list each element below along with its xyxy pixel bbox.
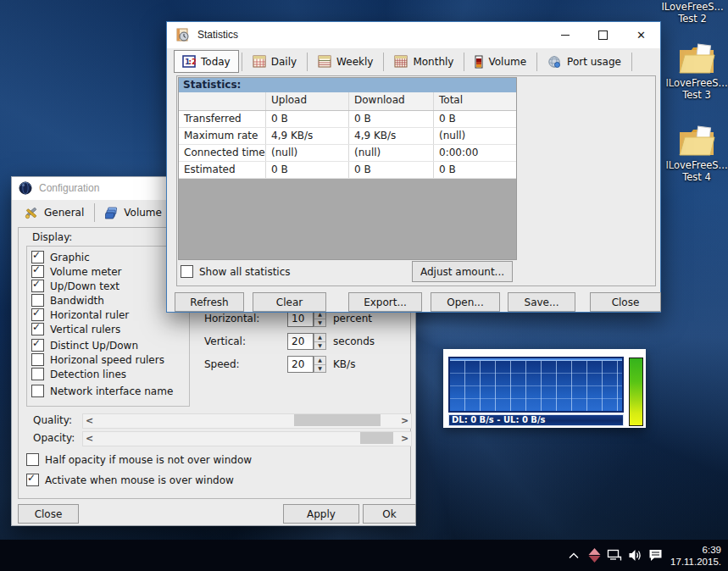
tab-volume[interactable]: Volume: [97, 202, 169, 224]
checkbox[interactable]: [31, 368, 44, 380]
stats-titlebar[interactable]: Statistics ✕: [167, 22, 660, 48]
checkbox-horizonal-speed-rulers[interactable]: Horizonal speed rulers: [31, 353, 164, 366]
checkbox-vertical-rulers[interactable]: Vertical rulers: [31, 323, 120, 335]
checkbox[interactable]: [31, 339, 44, 352]
vertical-stepper[interactable]: ▲▼: [314, 333, 326, 350]
checkbox[interactable]: [26, 474, 39, 486]
desktop-icon-test2[interactable]: ILoveFreeS...Test 2: [654, 1, 728, 25]
volume-level-icon: [475, 55, 483, 69]
slider-left-arrow-icon[interactable]: <: [83, 432, 96, 444]
desktop-icon-label: ILoveFreeS...Test 4: [659, 159, 728, 183]
checkbox-show-all-statistics[interactable]: Show all statistics: [181, 265, 291, 278]
minimize-icon: [561, 35, 570, 36]
apply-button[interactable]: Apply: [283, 504, 359, 524]
checkbox[interactable]: [26, 453, 39, 466]
volume-meter-bar: [629, 358, 643, 426]
column-header: Upload: [266, 92, 349, 110]
save-button[interactable]: Save...: [508, 292, 575, 312]
config-close-button[interactable]: Close: [18, 504, 79, 524]
stats-close-button[interactable]: Close: [590, 292, 661, 312]
checkbox-network-interface-name[interactable]: Network interface name: [31, 385, 173, 397]
folder-icon: [677, 42, 716, 75]
adjust-amount-button[interactable]: Adjust amount...: [412, 261, 513, 282]
checkbox[interactable]: [31, 308, 44, 321]
refresh-button[interactable]: Refresh: [175, 292, 244, 312]
checkbox[interactable]: [31, 280, 44, 292]
calendar-weekly-icon: [318, 55, 331, 68]
tools-icon: [25, 206, 39, 219]
checkbox[interactable]: [181, 265, 193, 278]
dl-ul-text: DL: 0 B/s - UL: 0 B/s: [452, 415, 546, 424]
slider-right-arrow-icon[interactable]: >: [398, 432, 411, 444]
export-button[interactable]: Export...: [348, 292, 422, 312]
checkbox-updown-text[interactable]: Up/Down text: [31, 280, 119, 292]
tab-weekly[interactable]: Weekly: [310, 51, 381, 72]
tray-action-center[interactable]: [645, 540, 665, 571]
quality-slider[interactable]: < >: [82, 413, 412, 429]
down-arrow-icon: ▼: [314, 342, 325, 350]
tab-separator: [464, 53, 464, 71]
tray-netmonitor-app[interactable]: [584, 540, 604, 571]
open-button[interactable]: Open...: [431, 292, 500, 312]
horizontal-value[interactable]: 10: [287, 310, 314, 327]
tab-today[interactable]: 1 :2 Today: [174, 50, 239, 73]
checkbox-volume-meter[interactable]: Volume meter: [31, 265, 122, 278]
network-icon: [607, 549, 622, 562]
tray-network[interactable]: [604, 540, 625, 571]
checkbox-detection-lines[interactable]: Detection lines: [31, 368, 126, 380]
tab-monthly[interactable]: Monthly: [386, 51, 461, 72]
tab-separator: [536, 53, 537, 71]
opacity-slider[interactable]: < >: [82, 431, 412, 446]
speaker-icon: [628, 549, 642, 562]
desktop-icon-test3[interactable]: ILoveFreeS...Test 3: [659, 42, 728, 101]
clear-button[interactable]: Clear: [253, 292, 326, 312]
checkbox[interactable]: [31, 353, 44, 366]
traffic-widget[interactable]: DL: 0 B/s - UL: 0 B/s: [443, 349, 646, 428]
opacity-slider-thumb[interactable]: [360, 432, 393, 444]
quality-slider-thumb[interactable]: [294, 414, 381, 426]
minimize-button[interactable]: [546, 22, 584, 48]
taskbar-clock[interactable]: 6:39 17.11.2015.: [665, 544, 728, 568]
tab-volume[interactable]: Volume: [467, 51, 534, 72]
down-arrow-icon: ▼: [314, 319, 325, 327]
table-row: Transferred 0 B 0 B 0 B: [179, 111, 516, 128]
close-window-button[interactable]: ✕: [622, 22, 660, 48]
chevron-up-icon: [569, 552, 579, 559]
speed-value[interactable]: 20: [287, 356, 314, 373]
speed-stepper[interactable]: ▲▼: [314, 356, 326, 373]
checkbox-graphic[interactable]: Graphic: [31, 251, 90, 263]
checkbox-bandwidth[interactable]: Bandwidth: [31, 294, 104, 307]
tab-daily[interactable]: Daily: [245, 51, 304, 72]
tab-separator: [94, 203, 95, 222]
checkbox[interactable]: [31, 385, 44, 397]
calendar-daily-icon: [253, 55, 266, 68]
slider-left-arrow-icon[interactable]: <: [83, 414, 96, 426]
checkbox-distinct-updown[interactable]: Distinct Up/Down: [31, 339, 138, 352]
tray-expand-chevron[interactable]: [564, 540, 584, 571]
horizontal-stepper[interactable]: ▲▼: [314, 310, 326, 327]
checkbox-activate-on-hover[interactable]: Activate when mouse is over window: [26, 474, 234, 486]
checkbox[interactable]: [31, 294, 44, 307]
desktop-icon-test4[interactable]: ILoveFreeS...Test 4: [659, 125, 728, 183]
checkbox[interactable]: [31, 323, 44, 335]
graph-ruler-line: [450, 358, 622, 361]
updown-diamond-icon: [588, 548, 601, 563]
slider-right-arrow-icon[interactable]: >: [398, 414, 411, 426]
calendar-today-icon: 1 :2: [182, 55, 196, 68]
vertical-value[interactable]: 20: [287, 333, 314, 350]
desktop-icon-label: ILoveFreeS...Test 2: [654, 1, 728, 25]
checkbox-half-opacity[interactable]: Half opacity if mouse is not over window: [26, 453, 252, 466]
system-tray: 6:39 17.11.2015.: [564, 540, 728, 571]
statistics-window: Statistics ✕ 1 :2 Today Daily: [166, 21, 661, 313]
up-arrow-icon: ▲: [314, 334, 325, 342]
maximize-button[interactable]: [584, 22, 622, 48]
table-caption: Statistics:: [179, 78, 516, 92]
tab-general[interactable]: General: [17, 202, 92, 224]
checkbox[interactable]: [31, 265, 44, 278]
svg-text::2: :2: [189, 58, 197, 66]
checkbox[interactable]: [31, 251, 44, 263]
tab-port-usage[interactable]: Port usage: [540, 51, 629, 72]
tray-volume[interactable]: [625, 540, 645, 571]
checkbox-horizontal-ruler[interactable]: Horizontal ruler: [31, 308, 129, 321]
ok-button[interactable]: Ok: [363, 504, 416, 524]
